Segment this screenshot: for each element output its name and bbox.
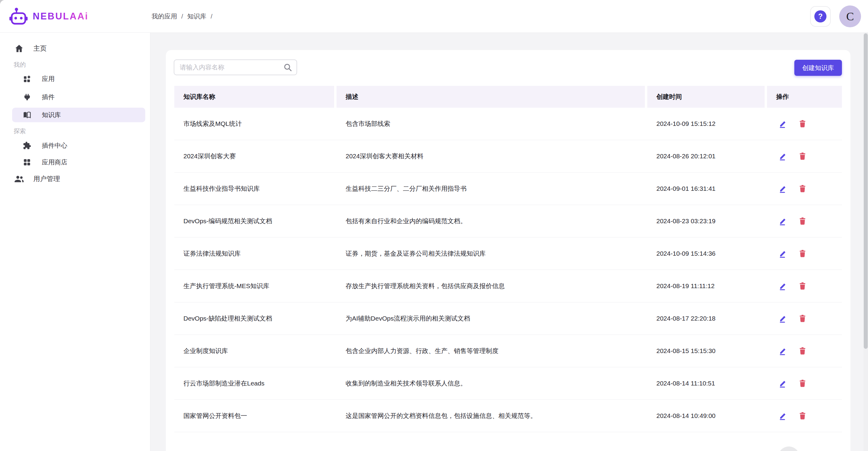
kb-name: 证券法律法规知识库 [174,249,337,258]
kb-description: 证券，期货，基金及证券公司相关法律法规知识库 [337,249,647,258]
kb-description: 这是国家管网公开的文档资料信息包，包括设施信息、相关规范等。 [337,412,647,420]
kb-name: 企业制度知识库 [174,347,337,355]
kb-name: 国家管网公开资料包一 [174,412,337,420]
sidebar-item-home[interactable]: 主页 [0,40,150,57]
sidebar-item-apps[interactable]: 应用 [0,71,150,87]
search-icon[interactable] [283,63,292,72]
table-row[interactable]: 证券法律法规知识库 证券，期货，基金及证券公司相关法律法规知识库 2024-10… [174,238,842,270]
table-row[interactable]: 国家管网公开资料包一 这是国家管网公开的文档资料信息包，包括设施信息、相关规范等… [174,400,842,432]
kb-description: 生益科技二三分厂、二分厂相关作用指导书 [337,184,647,193]
edit-icon[interactable] [779,216,788,226]
table-row[interactable]: 2024深圳创客大赛 2024深圳创客大赛相关材料 2024-08-26 20:… [174,140,842,173]
app-window: NEBULAAi 我的应用 / 知识库 / ? C 主页 我的 [0,0,868,451]
kb-description: 包含企业内部人力资源、行政、生产、销售等管理制度 [337,347,647,355]
kb-name: 生产执行管理系统-MES知识库 [174,282,337,290]
kb-description: 包含市场部线索 [337,120,647,128]
scrollbar-thumb[interactable] [864,33,868,349]
delete-icon[interactable] [798,249,807,258]
kb-created-time: 2024-08-23 03:23:19 [647,217,767,225]
delete-icon[interactable] [798,314,807,323]
search-box [174,59,297,75]
sidebar-item-label: 插件 [42,93,55,101]
column-header-description: 描述 [337,86,645,108]
edit-icon[interactable] [779,347,788,356]
column-header-actions: 操作 [767,86,842,108]
sidebar: 主页 我的 应用 插件 [0,33,150,451]
kb-created-time: 2024-08-14 11:10:51 [647,380,767,387]
sidebar-item-label: 知识库 [42,111,61,119]
edit-icon[interactable] [779,184,788,193]
kb-created-time: 2024-08-26 20:12:01 [647,153,767,160]
store-icon [23,158,31,166]
sidebar-item-label: 主页 [33,44,47,53]
user-avatar[interactable]: C [839,5,861,27]
kb-created-time: 2024-08-14 10:49:00 [647,412,767,419]
delete-icon[interactable] [798,281,807,291]
column-header-created: 创建时间 [647,86,765,108]
table-row[interactable]: 市场线索及MQL统计 包含市场部线索 2024-10-09 15:15:12 [174,108,842,140]
sidebar-item-knowledge-base[interactable]: 知识库 [12,108,145,122]
kb-created-time: 2024-10-09 15:14:36 [647,250,767,257]
breadcrumb-my-apps[interactable]: 我的应用 [152,12,177,21]
sidebar-item-plugin-center[interactable]: 插件中心 [0,138,150,153]
kb-created-time: 2024-10-09 15:15:12 [647,120,767,127]
home-icon [14,44,24,53]
delete-icon[interactable] [798,119,807,128]
kb-description: 存放生产执行管理系统相关资料，包括供应商及报价信息 [337,282,647,290]
delete-icon[interactable] [798,152,807,161]
edit-icon[interactable] [779,379,788,388]
table-row[interactable]: 生产执行管理系统-MES知识库 存放生产执行管理系统相关资料，包括供应商及报价信… [174,270,842,302]
scrollbar-track [864,33,868,451]
kb-name: 市场线索及MQL统计 [174,120,337,128]
sidebar-item-plugins[interactable]: 插件 [0,89,150,105]
question-icon: ? [814,10,827,23]
puzzle-icon [23,141,31,150]
kb-name: DevOps-编码规范相关测试文档 [174,217,337,226]
edit-icon[interactable] [779,152,788,161]
sidebar-section-explore: 探索 [0,126,150,136]
kb-description: 2024深圳创客大赛相关材料 [337,152,647,160]
kb-created-time: 2024-08-19 11:11:12 [647,282,767,290]
edit-icon[interactable] [779,314,788,323]
kb-description: 包括有来自行业和企业内的编码规范文档。 [337,217,647,226]
edit-icon[interactable] [779,281,788,291]
kb-name: 行云市场部制造业潜在Leads [174,379,337,388]
delete-icon[interactable] [798,379,807,388]
sidebar-item-label: 应用商店 [42,158,67,167]
table-header: 知识库名称 描述 创建时间 操作 [174,86,842,108]
kb-created-time: 2024-08-17 22:20:18 [647,315,767,322]
app-logo[interactable]: NEBULAAi [9,0,89,33]
kb-created-time: 2024-09-01 16:31:41 [647,185,767,192]
sidebar-item-label: 用户管理 [33,174,60,183]
sidebar-item-user-management[interactable]: 用户管理 [0,171,150,187]
table-row[interactable]: 行云市场部制造业潜在Leads 收集到的制造业相关技术领导联系人信息。 2024… [174,367,842,400]
table-row[interactable]: 生益科技作业指导书知识库 生益科技二三分厂、二分厂相关作用指导书 2024-09… [174,173,842,205]
search-input[interactable] [174,64,283,71]
app-title: NEBULAAi [33,11,89,22]
delete-icon[interactable] [798,184,807,193]
table-row[interactable]: DevOps-编码规范相关测试文档 包括有来自行业和企业内的编码规范文档。 20… [174,205,842,238]
breadcrumb-knowledge-base[interactable]: 知识库 [187,12,207,21]
plug-icon [23,93,31,101]
edit-icon[interactable] [779,249,788,258]
users-icon [14,174,24,184]
edit-icon[interactable] [779,411,788,420]
robot-logo-icon [9,7,28,26]
delete-icon[interactable] [798,347,807,356]
edit-icon[interactable] [779,119,788,128]
table-row[interactable]: 企业制度知识库 包含企业内部人力资源、行政、生产、销售等管理制度 2024-08… [174,335,842,367]
kb-name: 生益科技作业指导书知识库 [174,184,337,193]
kb-name: DevOps-缺陷处理相关测试文档 [174,314,337,323]
table-row[interactable]: DevOps-缺陷处理相关测试文档 为AI辅助DevOps流程演示用的相关测试文… [174,302,842,335]
column-header-name: 知识库名称 [174,86,334,108]
breadcrumb: 我的应用 / 知识库 / [152,0,213,33]
kb-description: 收集到的制造业相关技术领导联系人信息。 [337,379,647,388]
kb-name: 2024深圳创客大赛 [174,152,337,160]
delete-icon[interactable] [798,411,807,420]
top-header: NEBULAAi 我的应用 / 知识库 / ? C [0,0,868,33]
delete-icon[interactable] [798,216,807,226]
help-button[interactable]: ? [810,6,831,27]
kb-created-time: 2024-08-15 15:15:30 [647,347,767,355]
create-knowledge-base-button[interactable]: 创建知识库 [794,60,842,76]
sidebar-item-app-store[interactable]: 应用商店 [0,154,150,170]
